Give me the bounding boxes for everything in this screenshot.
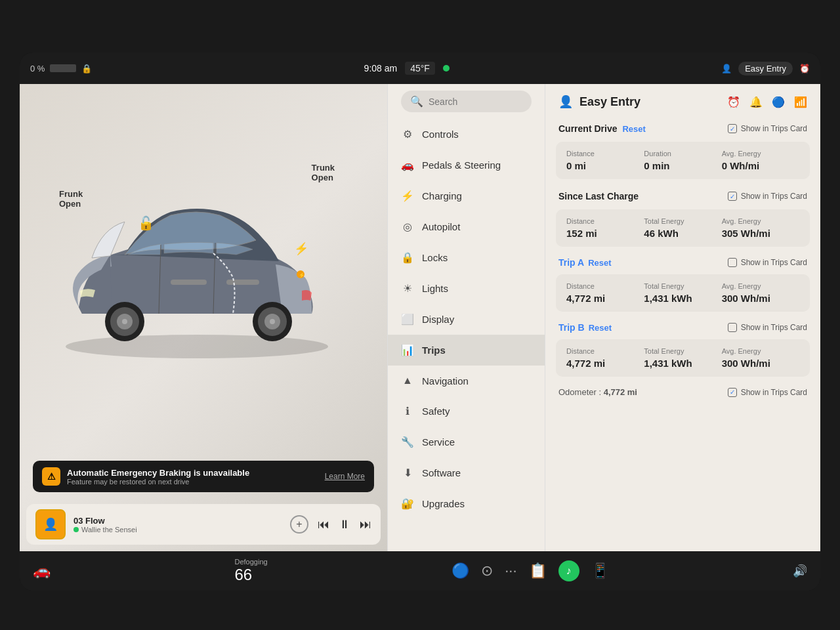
learn-more-link[interactable]: Learn More <box>325 472 365 481</box>
trip-b-show-trips: Show in Trips Card <box>728 323 807 332</box>
spotify-icon[interactable]: ♪ <box>558 560 579 581</box>
defogging-temp: 66 <box>235 566 268 584</box>
phone-icon[interactable]: 📱 <box>591 562 609 579</box>
current-drive-show-trips: ✓ Show in Trips Card <box>728 124 807 133</box>
add-to-playlist-button[interactable]: + <box>290 515 308 534</box>
since-last-charge-show-trips: ✓ Show in Trips Card <box>728 192 807 201</box>
lights-icon: ☀ <box>401 282 414 295</box>
trip-a-total-energy: Total Energy 1,431 kWh <box>644 282 721 304</box>
lights-label: Lights <box>422 283 448 294</box>
autopilot-label: Autopilot <box>422 221 460 232</box>
menu-item-controls[interactable]: ⚙ Controls <box>388 119 545 150</box>
current-drive-reset[interactable]: Reset <box>622 124 645 134</box>
since-charge-checkbox[interactable]: ✓ <box>728 192 737 201</box>
service-label: Service <box>422 436 455 448</box>
menu-item-pedals[interactable]: 🚗 Pedals & Steering <box>388 150 545 180</box>
more-options-icon[interactable]: ··· <box>505 562 516 579</box>
car-icon-taskbar[interactable]: 🚗 <box>33 562 51 579</box>
trips-panel-title: 👤 Easy Entry <box>558 94 640 109</box>
trip-a-distance: Distance 4,772 mi <box>566 282 644 304</box>
taskbar-right: 🔊 <box>793 564 807 578</box>
trips-panel: 👤 Easy Entry ⏰ 🔔 🔵 📶 Current Drive Reset <box>545 84 820 551</box>
spotify-dot <box>74 527 79 532</box>
search-input[interactable] <box>429 96 522 107</box>
navigation-label: Navigation <box>422 375 469 387</box>
current-duration: Duration 0 min <box>644 150 721 171</box>
menu-item-upgrades[interactable]: 🔐 Upgrades <box>388 488 545 519</box>
charge-distance: Distance 152 mi <box>566 217 644 239</box>
play-pause-button[interactable]: ⏸ <box>339 518 350 532</box>
prev-track-button[interactable]: ⏮ <box>318 518 329 532</box>
track-name: 03 Flow <box>74 516 282 526</box>
search-icon: 🔍 <box>410 95 423 108</box>
easy-entry-label: Easy Entry <box>745 64 786 74</box>
pedals-label: Pedals & Steering <box>422 159 501 171</box>
menu-item-locks[interactable]: 🔒 Locks <box>388 242 545 273</box>
current-drive-title: Current Drive Reset <box>558 123 646 134</box>
bluetooth-icon[interactable]: 🔵 <box>772 96 785 108</box>
charging-label: Charging <box>422 190 462 201</box>
signal-icon[interactable]: 📶 <box>794 96 807 108</box>
since-last-charge-stats: Distance 152 mi Total Energy 46 kWh Avg.… <box>556 209 810 247</box>
current-drive-checkbox[interactable]: ✓ <box>728 124 737 133</box>
trip-a-stats: Distance 4,772 mi Total Energy 1,431 kWh… <box>556 274 810 312</box>
charge-total-energy: Total Energy 46 kWh <box>644 217 721 239</box>
autopilot-icon: ◎ <box>401 220 414 233</box>
menu-item-display[interactable]: ⬜ Display <box>388 304 545 335</box>
lock-status-icon: 🔒 <box>81 64 92 74</box>
alert-title: Automatic Emergency Braking is unavailab… <box>67 468 318 478</box>
current-distance: Distance 0 mi <box>566 150 644 171</box>
temperature: 45°F <box>405 62 435 75</box>
menu-item-safety[interactable]: ℹ Safety <box>388 396 545 427</box>
upgrades-label: Upgrades <box>422 498 465 509</box>
controls-label: Controls <box>422 129 459 140</box>
odometer-show-trips: ✓ Show in Trips Card <box>728 388 807 397</box>
svg-point-0 <box>66 335 328 358</box>
menu-item-lights[interactable]: ☀ Lights <box>388 273 545 304</box>
search-container: 🔍 <box>388 84 545 119</box>
header-icons: ⏰ 🔔 🔵 📶 <box>727 96 807 108</box>
next-track-button[interactable]: ⏭ <box>360 518 371 532</box>
easy-entry-badge[interactable]: Easy Entry <box>738 62 793 75</box>
battery-percent: 0 % <box>30 64 45 74</box>
menu-panel: 🔍 ⚙ Controls 🚗 Pedals & Steering ⚡ Charg… <box>387 84 545 551</box>
car-svg: ⚡ <box>39 163 354 373</box>
status-center: 9:08 am 45°F <box>364 62 450 75</box>
navigation-icon: ▲ <box>401 375 414 387</box>
svg-rect-3 <box>171 280 207 285</box>
steering-taskbar-icon[interactable]: ⊙ <box>481 562 493 579</box>
search-wrap[interactable]: 🔍 <box>401 91 532 112</box>
controls-icon: ⚙ <box>401 128 414 140</box>
trip-a-reset[interactable]: Reset <box>588 258 611 268</box>
media-icon[interactable]: 📋 <box>529 562 547 579</box>
odometer-checkbox[interactable]: ✓ <box>728 388 737 397</box>
trip-b-reset[interactable]: Reset <box>589 323 612 333</box>
frunk-label: Frunk Open <box>59 189 83 209</box>
autopilot-taskbar-icon[interactable]: 🔵 <box>452 562 469 579</box>
trip-a-show-trips: Show in Trips Card <box>728 258 807 267</box>
clock: 9:08 am <box>364 63 398 74</box>
menu-item-autopilot[interactable]: ◎ Autopilot <box>388 211 545 242</box>
trip-b-avg-energy: Avg. Energy 300 Wh/mi <box>722 347 799 369</box>
menu-item-software[interactable]: ⬇ Software <box>388 457 545 488</box>
volume-icon[interactable]: 🔊 <box>793 564 807 578</box>
svg-rect-4 <box>226 280 259 285</box>
menu-item-service[interactable]: 🔧 Service <box>388 427 545 457</box>
taskbar-left: 🚗 <box>33 562 51 579</box>
defogging-label: Defogging <box>235 558 268 566</box>
trip-b-checkbox[interactable] <box>728 323 737 332</box>
current-drive-stats: Distance 0 mi Duration 0 min Avg. Energy… <box>556 142 810 179</box>
taskbar: 🚗 Defogging 66 🔵 ⊙ ··· 📋 ♪ 📱 🔊 <box>20 551 820 591</box>
software-label: Software <box>422 467 461 478</box>
pedals-icon: 🚗 <box>401 159 414 171</box>
trip-a-checkbox[interactable] <box>728 258 737 267</box>
menu-item-trips[interactable]: 📊 Trips <box>388 335 545 366</box>
menu-item-navigation[interactable]: ▲ Navigation <box>388 366 545 396</box>
car-panel: ⚡ Frunk Open Trunk Open 🔓 ⚡ ⚠ <box>20 84 387 551</box>
settings-icon[interactable]: 🔔 <box>749 96 763 108</box>
alarm-icon[interactable]: ⏰ <box>727 96 740 108</box>
since-last-charge-title: Since Last Charge <box>558 191 639 201</box>
trips-label: Trips <box>422 345 446 356</box>
music-player: 👤 03 Flow Wallie the Sensei + ⏮ ⏸ ⏭ <box>26 504 381 545</box>
menu-item-charging[interactable]: ⚡ Charging <box>388 180 545 211</box>
